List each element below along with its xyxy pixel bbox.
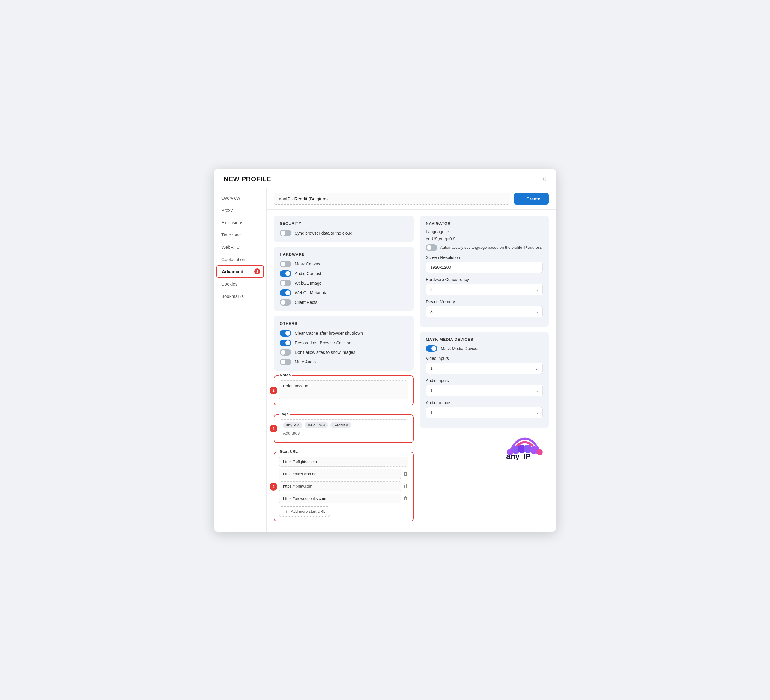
tag-belgium: Belgium ×	[305, 422, 328, 428]
navigator-title: NAVIGATOR	[426, 221, 543, 226]
start-url-wrapper: 4 Start URL 🗑	[274, 452, 414, 521]
add-url-plus-icon: +	[284, 509, 289, 514]
sidebar-item-geolocation[interactable]: Geolocation	[214, 253, 266, 266]
tag-anyip: anyIP ×	[283, 422, 302, 428]
notes-textarea[interactable]	[279, 380, 408, 400]
profile-name-input[interactable]	[274, 193, 510, 205]
device-memory-select-wrapper: 124816	[426, 306, 543, 317]
auto-lang-toggle[interactable]	[426, 244, 437, 251]
sidebar-item-overview[interactable]: Overview	[214, 192, 266, 204]
mask-media-label: Mask Media Devices	[441, 346, 479, 351]
url-row-1: 🗑	[279, 469, 408, 479]
device-memory-label: Device Memory	[426, 299, 543, 304]
sidebar: OverviewProxyExtensionsTimezoneWebRTCGeo…	[214, 188, 267, 532]
tags-wrapper: 3 Tags anyIP × Belgium × Reddit ×	[274, 415, 414, 443]
screen-res-value: 1920x1200	[426, 261, 543, 273]
sidebar-item-advanced[interactable]: Advanced1	[217, 266, 264, 278]
clear-cache-toggle[interactable]	[280, 330, 291, 337]
url-delete-3[interactable]: 🗑	[404, 496, 408, 501]
hw-row-2: WebGL Image	[280, 280, 408, 287]
hardware-section: HARDWARE Mask Canvas Audio Context WebGL…	[274, 247, 414, 311]
url-delete-2[interactable]: 🗑	[404, 483, 408, 489]
others-title: OTHERS	[280, 321, 408, 326]
external-link-icon[interactable]: ↗	[446, 229, 449, 234]
step-badge-4: 4	[270, 483, 277, 490]
mask-media-toggle[interactable]	[426, 345, 437, 352]
tags-container[interactable]: anyIP × Belgium × Reddit ×	[279, 419, 408, 438]
hardware-title: HARDWARE	[280, 252, 408, 256]
url-delete-1[interactable]: 🗑	[404, 471, 408, 476]
hw-concurrency-select-wrapper: 124816	[426, 284, 543, 295]
anyip-logo-area: any IP	[420, 433, 549, 461]
sync-label: Sync browser data to the cloud	[295, 231, 352, 235]
mask-canvas-toggle[interactable]	[280, 261, 291, 267]
audio-context-toggle[interactable]	[280, 270, 291, 277]
hw-concurrency-select[interactable]: 124816	[426, 284, 543, 295]
modal-header: NEW PROFILE ×	[214, 169, 556, 188]
tag-input[interactable]	[283, 431, 335, 435]
sidebar-item-cookies[interactable]: Cookies	[214, 278, 266, 290]
sidebar-item-extensions[interactable]: Extensions	[214, 216, 266, 229]
security-title: SECURITY	[280, 221, 408, 226]
auto-lang-row: Automatically set language based on the …	[426, 244, 543, 251]
security-toggle-row: Sync browser data to the cloud	[280, 230, 408, 236]
start-url-section: Start URL 🗑	[274, 452, 414, 521]
tag-belgium-remove[interactable]: ×	[323, 423, 325, 427]
sidebar-item-webrtc[interactable]: WebRTC	[214, 241, 266, 253]
audio-inputs-select-wrapper: 1234	[426, 385, 543, 396]
mask-media-section: MASK MEDIA DEVICES Mask Media Devices Vi…	[420, 332, 549, 428]
clear-cache-label: Clear Cache after browser shutdown	[295, 331, 363, 335]
restore-session-toggle[interactable]	[280, 340, 291, 346]
audio-outputs-select[interactable]: 1234	[426, 407, 543, 418]
url-input-3[interactable]	[279, 494, 401, 503]
content-panels: SECURITY Sync browser data to the cloud …	[267, 210, 556, 532]
tag-anyip-remove[interactable]: ×	[297, 423, 299, 427]
audio-outputs-select-wrapper: 1234	[426, 407, 543, 418]
client-rects-toggle[interactable]	[280, 299, 291, 306]
mute-audio-toggle[interactable]	[280, 359, 291, 365]
url-input-2[interactable]	[279, 481, 401, 491]
url-list: 🗑 🗑 🗑	[279, 456, 408, 517]
mask-canvas-label: Mask Canvas	[295, 261, 320, 266]
device-memory-select[interactable]: 124816	[426, 306, 543, 317]
svg-point-5	[537, 449, 543, 455]
url-input-1[interactable]	[279, 469, 401, 479]
hw-row-1: Audio Context	[280, 270, 408, 277]
tag-reddit-remove[interactable]: ×	[346, 423, 348, 427]
url-row-0	[279, 456, 408, 466]
video-inputs-label: Video inputs	[426, 356, 543, 361]
auto-lang-label: Automatically set language based on the …	[440, 245, 542, 250]
url-row-3: 🗑	[279, 494, 408, 503]
sync-toggle[interactable]	[280, 230, 291, 236]
webgl-meta-label: WebGL Metadata	[295, 290, 327, 295]
sidebar-item-bookmarks[interactable]: Bookmarks	[214, 290, 266, 302]
step-badge-3: 3	[270, 424, 277, 432]
start-url-label: Start URL	[278, 449, 299, 454]
screen-res-label: Screen Resolution	[426, 255, 543, 260]
main-content: + Create SECURITY Sync browser data to t…	[267, 188, 556, 532]
notes-section: Notes	[274, 376, 414, 405]
notes-label: Notes	[278, 373, 292, 377]
left-panel: SECURITY Sync browser data to the cloud …	[274, 216, 414, 526]
language-value: en-US,en;q=0.9	[426, 236, 543, 244]
audio-inputs-select[interactable]: 1234	[426, 385, 543, 396]
hw-row-0: Mask Canvas	[280, 261, 408, 267]
webgl-meta-toggle[interactable]	[280, 289, 291, 296]
others-section: OTHERS Clear Cache after browser shutdow…	[274, 316, 414, 371]
security-section: SECURITY Sync browser data to the cloud	[274, 216, 414, 242]
no-images-toggle[interactable]	[280, 349, 291, 356]
no-images-label: Don't allow sites to show images	[295, 350, 355, 355]
sidebar-item-proxy[interactable]: Proxy	[214, 204, 266, 216]
anyip-logo-svg: any IP	[501, 436, 549, 460]
video-inputs-select[interactable]: 1234	[426, 363, 543, 374]
url-input-0[interactable]	[279, 456, 408, 466]
svg-text:any: any	[506, 452, 519, 460]
add-url-button[interactable]: + Add more start URL	[279, 506, 330, 517]
close-button[interactable]: ×	[542, 176, 546, 182]
sidebar-item-timezone[interactable]: Timezone	[214, 229, 266, 241]
others-row-1: Restore Last Browser Session	[280, 340, 408, 346]
mask-media-title: MASK MEDIA DEVICES	[426, 337, 543, 342]
svg-text:IP: IP	[523, 452, 531, 460]
create-button[interactable]: + Create	[514, 193, 549, 205]
webgl-image-toggle[interactable]	[280, 280, 291, 287]
